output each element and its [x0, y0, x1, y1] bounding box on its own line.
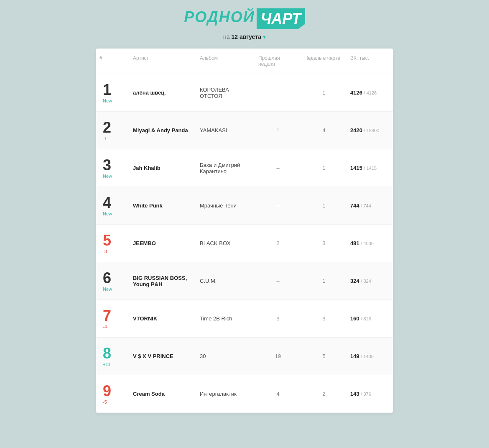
album-cell: Интергалактик: [196, 391, 255, 397]
weeks-cell: 1: [301, 90, 347, 96]
vk-cell: 2420 / 18800: [347, 127, 393, 133]
table-row[interactable]: 4 New White Punk Мрачные Тени – 1 744 / …: [96, 187, 393, 225]
col-rank: #: [96, 55, 130, 67]
table-row[interactable]: 5 -3 JEEMBO BLACK BOX 2 3 481 / 4000: [96, 225, 393, 262]
vk-total: / 18800: [364, 128, 379, 133]
prev-week-cell: 4: [255, 391, 301, 397]
date-value: 12 августа: [231, 33, 261, 40]
album-cell: BLACK BOX: [196, 240, 255, 246]
rank-cell: 2 -1: [96, 115, 130, 146]
page-header: РОДНОЙ ЧАРТ на 12 августа ▾: [184, 8, 305, 40]
table-row[interactable]: 8 +11 V $ X V PRiNCE 30 19 5 149 / 1400: [96, 338, 393, 375]
vk-total: / 816: [361, 316, 371, 321]
album-cell: Time 2B Rich: [196, 315, 255, 322]
weeks-cell: 1: [301, 202, 347, 209]
artist-cell: алёна швец.: [130, 90, 196, 96]
vk-current: 1415: [350, 165, 362, 171]
rank-number: 2: [103, 120, 111, 135]
vk-cell: 160 / 816: [347, 315, 393, 322]
table-row[interactable]: 9 -5 Cream Soda Интергалактик 4 2 143 / …: [96, 375, 393, 413]
vk-total: / 376: [361, 392, 371, 397]
rank-change: New: [103, 98, 112, 103]
rank-cell: 7 -4: [96, 303, 130, 334]
weeks-cell: 4: [301, 127, 347, 133]
artist-cell: Miyagi & Andy Panda: [130, 127, 196, 133]
rank-cell: 9 -5: [96, 379, 130, 410]
rank-cell: 6 New: [96, 266, 130, 297]
weeks-cell: 2: [301, 391, 347, 397]
vk-cell: 324 / 324: [347, 278, 393, 284]
prev-week-cell: 3: [255, 315, 301, 322]
rank-change: New: [103, 211, 112, 216]
rank-cell: 4 New: [96, 190, 130, 221]
logo: РОДНОЙ ЧАРТ: [184, 8, 305, 29]
rank-change: -4: [103, 324, 107, 329]
artist-cell: V $ X V PRiNCE: [130, 353, 196, 359]
col-album: Альбом: [196, 55, 255, 67]
album-cell: YAMAKASI: [196, 127, 255, 133]
rank-change: -5: [103, 399, 107, 404]
prev-week-cell: –: [255, 202, 301, 209]
weeks-cell: 3: [301, 240, 347, 246]
vk-total: / 1415: [364, 166, 377, 171]
logo-text-chart: ЧАРТ: [257, 8, 305, 29]
prev-week-cell: 1: [255, 127, 301, 133]
table-row[interactable]: 2 -1 Miyagi & Andy Panda YAMAKASI 1 4 24…: [96, 112, 393, 149]
vk-current: 2420: [350, 127, 362, 133]
album-cell: Баха и Дмитрий Карантино: [196, 162, 255, 174]
rank-cell: 8 +11: [96, 341, 130, 372]
album-cell: КОРОЛЕВА ОТСТОЯ: [196, 87, 255, 99]
weeks-cell: 1: [301, 165, 347, 171]
rank-number: 4: [103, 195, 111, 210]
vk-cell: 149 / 1400: [347, 353, 393, 359]
rank-number: 1: [103, 82, 111, 97]
vk-cell: 143 / 376: [347, 391, 393, 397]
album-cell: 30: [196, 353, 255, 359]
date-selector[interactable]: на 12 августа ▾: [223, 33, 266, 40]
vk-current: 143: [350, 391, 359, 397]
vk-current: 149: [350, 353, 359, 359]
chevron-down-icon[interactable]: ▾: [263, 33, 266, 40]
rank-cell: 3 New: [96, 153, 130, 184]
vk-current: 324: [350, 278, 359, 284]
prev-week-cell: 19: [255, 353, 301, 359]
logo-text-rodnoy: РОДНОЙ: [184, 8, 255, 26]
table-row[interactable]: 1 New алёна швец. КОРОЛЕВА ОТСТОЯ – 1 41…: [96, 74, 393, 112]
rank-number: 7: [103, 308, 111, 323]
rank-change: New: [103, 174, 112, 179]
vk-current: 481: [350, 240, 359, 246]
rank-change: -3: [103, 249, 107, 254]
album-cell: C.U.M.: [196, 278, 255, 284]
artist-cell: BIG RUSSIAN BOSS, Young P&H: [130, 275, 196, 287]
artist-cell: Jah Khalib: [130, 165, 196, 171]
col-prev-week: Прошлая неделя: [255, 55, 301, 67]
date-label: на: [223, 33, 230, 40]
prev-week-cell: –: [255, 90, 301, 96]
rank-number: 9: [103, 384, 111, 399]
col-vk: ВК, тыс.: [347, 55, 393, 67]
vk-cell: 744 / 744: [347, 202, 393, 209]
rank-change: -1: [103, 136, 107, 141]
table-row[interactable]: 7 -4 VTORNIK Time 2B Rich 3 3 160 / 816: [96, 300, 393, 338]
weeks-cell: 5: [301, 353, 347, 359]
col-weeks: Недель в чарте: [301, 55, 347, 67]
artist-cell: JEEMBO: [130, 240, 196, 246]
rank-number: 6: [103, 271, 111, 286]
prev-week-cell: 2: [255, 240, 301, 246]
rank-cell: 5 -3: [96, 228, 130, 259]
weeks-cell: 1: [301, 278, 347, 284]
table-row[interactable]: 3 New Jah Khalib Баха и Дмитрий Карантин…: [96, 149, 393, 187]
table-header: # Артист Альбом Прошлая неделя Недель в …: [96, 49, 393, 74]
vk-cell: 1415 / 1415: [347, 165, 393, 171]
artist-cell: VTORNIK: [130, 315, 196, 322]
rank-number: 3: [103, 158, 111, 173]
table-row[interactable]: 6 New BIG RUSSIAN BOSS, Young P&H C.U.M.…: [96, 262, 393, 300]
chart-rows: 1 New алёна швец. КОРОЛЕВА ОТСТОЯ – 1 41…: [96, 74, 393, 413]
chart-container: # Артист Альбом Прошлая неделя Недель в …: [96, 49, 393, 413]
vk-total: / 744: [361, 203, 371, 208]
vk-cell: 481 / 4000: [347, 240, 393, 246]
weeks-cell: 3: [301, 315, 347, 322]
vk-total: / 324: [361, 279, 371, 284]
artist-cell: Cream Soda: [130, 391, 196, 397]
rank-change: New: [103, 287, 112, 292]
